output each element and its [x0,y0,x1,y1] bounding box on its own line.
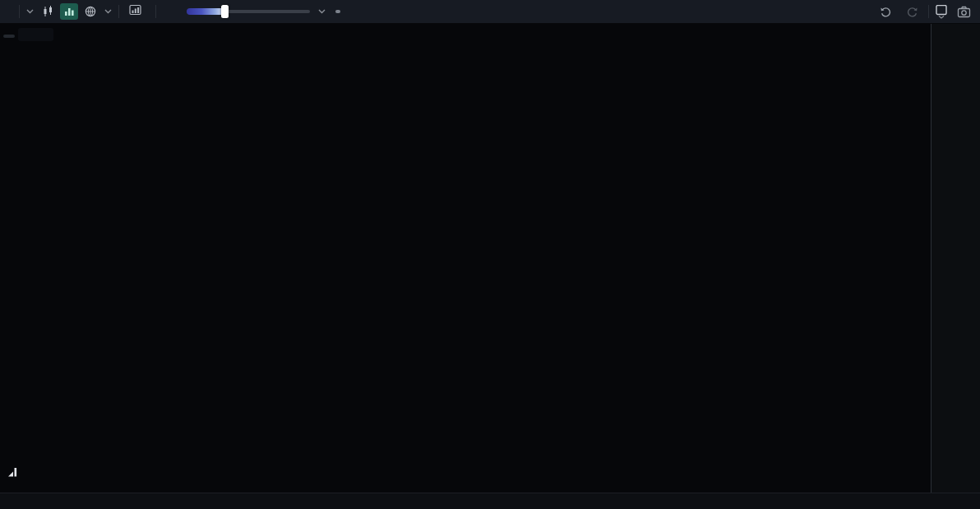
tradinglite-logo-icon [8,467,21,478]
price-axis[interactable] [931,23,980,493]
chart-legend [3,26,53,44]
toolbar-separator [155,5,156,18]
slider-gradient [187,8,226,15]
layout-button[interactable] [936,5,947,19]
top-toolbar [0,0,980,24]
layer-main[interactable] [3,35,15,38]
ohlc-readout [18,28,53,41]
screenshot-camera-button[interactable] [955,3,973,20]
heatmap-intensity-slider[interactable] [187,5,310,18]
time-axis[interactable] [0,493,980,509]
undo-button[interactable] [876,3,894,20]
hd-badge[interactable] [335,10,340,13]
redo-button[interactable] [903,3,921,20]
slider-handle[interactable] [221,5,229,18]
toolbar-separator [19,5,20,18]
style-dropdown-chevron-icon[interactable] [101,9,115,14]
chart-grid-icon [129,4,141,19]
toolbar-separator [118,5,119,18]
globe-button[interactable] [81,3,99,20]
candlestick-style-button[interactable] [39,3,57,20]
heatmap-style-button[interactable] [60,3,78,20]
slider-dropdown-chevron-icon[interactable] [315,9,329,14]
tradinglite-app [0,0,980,509]
tradinglite-watermark [8,467,25,478]
toolbar-separator [928,5,929,18]
layout-chevron-icon [938,16,945,19]
chart-button[interactable] [122,0,152,23]
indicators-button[interactable] [159,0,177,23]
chart-canvas[interactable] [0,0,980,509]
symbol-selector[interactable] [0,12,16,12]
timeframe-dropdown-chevron-icon[interactable] [23,9,37,14]
